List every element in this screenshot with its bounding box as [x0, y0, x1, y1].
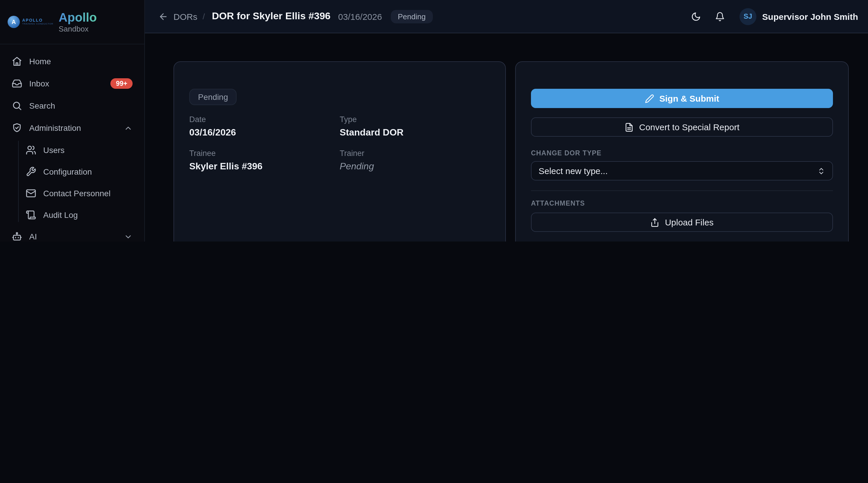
sidebar-item-label: Search [29, 101, 133, 110]
sign-submit-button[interactable]: Sign & Submit [531, 89, 833, 108]
sidebar-item-inbox[interactable]: Inbox 99+ [6, 72, 138, 95]
dor-status-badge: Pending [189, 89, 237, 105]
field-label: Type [340, 115, 490, 124]
main-area: DORs / DOR for Skyler Ellis #396 03/16/2… [145, 0, 868, 242]
field-type: Type Standard DOR [340, 115, 490, 138]
status-badge: Pending [391, 10, 433, 23]
field-value: Skyler Ellis #396 [189, 161, 340, 172]
brand[interactable]: A APOLLO TRAINING CONDUCTOR Apollo Sandb… [0, 0, 144, 44]
chevron-up-icon [124, 124, 133, 132]
sidebar-item-label: Users [43, 145, 133, 155]
chevron-down-icon [124, 232, 133, 241]
dor-type-select[interactable]: Select new type... [531, 161, 833, 181]
divider [531, 190, 833, 191]
field-value: Standard DOR [340, 127, 490, 138]
apollo-logo-icon: A [8, 16, 20, 28]
back-button[interactable] [158, 11, 168, 21]
user-menu[interactable]: SJ Supervisor John Smith [740, 8, 858, 25]
file-text-icon [624, 122, 634, 132]
theme-toggle-button[interactable] [687, 7, 706, 26]
sidebar-item-contact-personnel[interactable]: Contact Personnel [18, 182, 138, 204]
inbox-unread-badge: 99+ [111, 78, 133, 89]
page-title: DOR for Skyler Ellis #396 [212, 10, 330, 22]
home-icon [12, 56, 22, 67]
sidebar-item-search[interactable]: Search [6, 95, 138, 117]
logo-subtitle: TRAINING CONDUCTOR [22, 23, 54, 26]
sidebar-item-administration[interactable]: Administration [6, 117, 138, 139]
sidebar-item-label: Configuration [43, 167, 133, 176]
sidebar-item-configuration[interactable]: Configuration [18, 161, 138, 182]
chevrons-up-down-icon [817, 167, 825, 175]
users-icon [26, 144, 36, 155]
brand-name: Apollo [59, 10, 97, 25]
field-date: Date 03/16/2026 [189, 115, 340, 138]
sidebar-item-label: Contact Personnel [43, 188, 133, 198]
notifications-button[interactable] [711, 7, 730, 26]
brand-environment: Sandbox [59, 25, 97, 33]
dor-details-card: Pending Date 03/16/2026 Type Standard DO… [174, 61, 506, 242]
sidebar-item-users[interactable]: Users [18, 139, 138, 161]
field-label: Date [189, 115, 340, 124]
sidebar-item-label: AI [29, 232, 117, 241]
sidebar-item-ai[interactable]: AI [6, 225, 138, 242]
upload-files-button[interactable]: Upload Files [531, 213, 833, 232]
change-dor-type-label: CHANGE DOR TYPE [531, 150, 833, 157]
field-label: Trainee [189, 149, 340, 158]
sidebar-item-label: Inbox [29, 79, 104, 88]
user-name: Supervisor John Smith [762, 11, 858, 21]
search-icon [12, 100, 22, 111]
arrow-left-icon [158, 11, 168, 21]
pen-icon [645, 94, 654, 103]
field-trainer: Trainer Pending [340, 149, 490, 172]
sidebar-item-label: Audit Log [43, 210, 133, 219]
apollo-logo: A APOLLO TRAINING CONDUCTOR [8, 16, 54, 28]
sidebar-item-label: Home [29, 57, 133, 66]
sidebar-item-label: Administration [29, 123, 117, 133]
field-label: Trainer [340, 149, 490, 158]
attachments-label: ATTACHMENTS [531, 200, 833, 207]
field-trainee: Trainee Skyler Ellis #396 [189, 149, 340, 172]
topbar: DORs / DOR for Skyler Ellis #396 03/16/2… [145, 0, 868, 33]
mail-icon [26, 188, 36, 198]
shield-check-icon [12, 123, 22, 133]
inbox-icon [12, 78, 22, 89]
avatar: SJ [740, 8, 756, 25]
administration-submenu: Users Configuration Contact Personnel Au… [18, 139, 138, 225]
breadcrumb-dors-link[interactable]: DORs [174, 11, 197, 21]
dor-type-select-value: Select new type... [538, 166, 817, 176]
page-content: Pending Date 03/16/2026 Type Standard DO… [145, 33, 868, 242]
page-date: 03/16/2026 [338, 11, 382, 21]
sidebar-item-audit-log[interactable]: Audit Log [18, 204, 138, 225]
field-value: 03/16/2026 [189, 127, 340, 138]
sidebar-nav: Home Inbox 99+ Search Administration Use… [0, 44, 144, 242]
bot-icon [12, 231, 22, 242]
dor-actions-card: Sign & Submit Convert to Special Report … [515, 61, 849, 242]
sidebar-item-home[interactable]: Home [6, 50, 138, 72]
field-value: Pending [340, 161, 490, 172]
moon-icon [691, 11, 701, 21]
upload-icon [650, 218, 660, 227]
sidebar: A APOLLO TRAINING CONDUCTOR Apollo Sandb… [0, 0, 145, 242]
breadcrumb-separator: / [203, 12, 205, 21]
app-root: A APOLLO TRAINING CONDUCTOR Apollo Sandb… [0, 0, 868, 242]
wrench-icon [26, 166, 36, 177]
scroll-icon [26, 210, 36, 220]
convert-special-report-button[interactable]: Convert to Special Report [531, 118, 833, 137]
bell-icon [715, 11, 725, 21]
